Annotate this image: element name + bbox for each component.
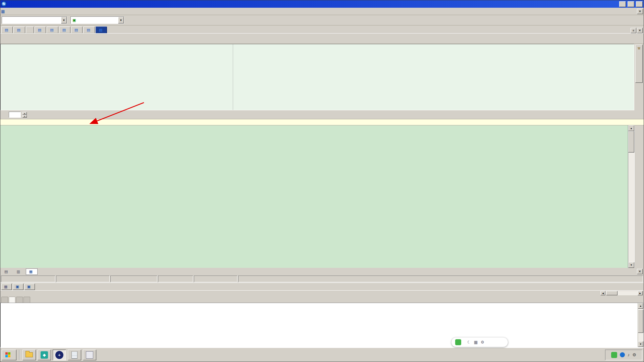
scroll-right-icon[interactable]: ▶ — [638, 291, 643, 295]
sql-navigator-task-button[interactable]: + — [53, 350, 66, 360]
spin-down-icon[interactable]: ▼ — [22, 115, 27, 118]
menubar: ▦ ✕ — [0, 8, 644, 15]
tab-list-icon[interactable]: ≡ — [631, 28, 636, 33]
chevron-down-icon[interactable]: ▼ — [61, 17, 67, 23]
menu-window[interactable] — [52, 11, 57, 12]
result-tabs: ▤ ▥ ▦ ✕ — [0, 268, 644, 275]
statusbar — [0, 275, 644, 283]
scroll-up-icon[interactable]: ▲ — [638, 303, 643, 309]
sql-doc-icon: ▤ — [38, 28, 41, 32]
doc-tab-untitled6[interactable]: ▤ — [35, 26, 46, 33]
file-explorer-button[interactable] — [22, 350, 36, 360]
minimize-button[interactable] — [619, 1, 626, 7]
tab-script[interactable]: ▤ — [1, 268, 12, 275]
doc-tab-untitled1[interactable]: ▤ — [1, 26, 13, 33]
output-tab-his214-7[interactable] — [23, 297, 30, 303]
close-tab-icon[interactable]: ✕ — [637, 28, 643, 33]
output-tab-fjlnyy4[interactable] — [9, 297, 15, 303]
window-icon: ▣ — [15, 285, 19, 289]
grid-vscrollbar[interactable]: ▲ ▼ — [628, 125, 634, 268]
auto-refresh-interval[interactable] — [9, 112, 21, 118]
sql-doc-icon: ▤ — [87, 28, 90, 32]
moon-icon[interactable]: ☾ — [467, 340, 471, 345]
close-results-icon[interactable]: ✕ — [637, 269, 643, 274]
menu-team-coding[interactable] — [46, 11, 51, 12]
menu-view[interactable] — [23, 11, 29, 12]
dock-strip: ⚒ — [634, 44, 644, 110]
doc-tab-untitled13[interactable]: ▤ — [59, 26, 70, 33]
database-app-button[interactable]: ◆ — [38, 350, 51, 360]
scroll-left-icon[interactable]: ◀ — [600, 291, 605, 295]
editor-toolbar — [0, 34, 644, 44]
maximize-button[interactable] — [628, 1, 634, 7]
toolbox-panel-tab[interactable]: ⚒ — [635, 45, 643, 83]
mdi-window-tabs: ▦ ▣ ▣ — [0, 283, 644, 290]
compass-icon: + — [55, 351, 63, 359]
script-icon: ▤ — [4, 269, 8, 274]
scroll-thumb[interactable] — [606, 291, 618, 295]
doc-tab-untitled11[interactable]: ▤ — [47, 26, 58, 33]
scroll-down-icon[interactable]: ▼ — [628, 262, 634, 268]
doc-tab-stored-proc[interactable] — [26, 26, 34, 33]
titlebar: N — [0, 0, 644, 8]
spin-up-icon[interactable]: ▲ — [22, 112, 27, 115]
terminal-icon — [86, 351, 93, 359]
panel-splitter[interactable]: ◀ ▶ — [0, 290, 644, 295]
ime-bar[interactable]: ☾ ▦ ⚙ — [451, 338, 508, 347]
scroll-track[interactable] — [638, 309, 643, 341]
document-close-button[interactable]: ✕ — [637, 9, 643, 14]
scroll-track[interactable] — [605, 291, 638, 295]
settings-tray-icon[interactable]: ⚙ — [632, 352, 636, 357]
doc-tab-untitled3[interactable]: ▤ — [13, 26, 25, 33]
sogou-icon[interactable] — [455, 339, 461, 345]
close-button[interactable] — [636, 1, 643, 7]
output-tab-his214-6[interactable] — [16, 297, 23, 303]
menu-edit[interactable] — [12, 11, 17, 12]
windows-flag-icon — [5, 352, 11, 358]
menu-file[interactable] — [6, 11, 11, 12]
sogou-tray-icon[interactable] — [611, 352, 617, 358]
connection-combo[interactable]: ▼ — [2, 16, 67, 24]
menu-search[interactable] — [17, 11, 23, 12]
keyboard-icon[interactable]: ▦ — [474, 340, 478, 345]
start-button[interactable] — [2, 350, 16, 360]
output-tab-general[interactable] — [1, 297, 8, 303]
doc-tab-untitled15[interactable]: ▤ — [83, 26, 95, 33]
spool-icon: ▥ — [16, 269, 20, 274]
system-tray: ♪ ⚙ — [605, 350, 642, 360]
scroll-thumb[interactable] — [638, 309, 643, 333]
menu-object[interactable] — [35, 11, 40, 12]
doc-tab-untitled14[interactable]: ▤ — [71, 26, 83, 33]
scroll-thumb[interactable] — [628, 131, 634, 153]
help-tray-icon[interactable] — [620, 352, 625, 357]
mdi-tab-vw-yf-ypckfx[interactable]: ▦ — [1, 284, 12, 290]
sql-doc-icon: ▤ — [5, 28, 8, 32]
results-grid-region: ▲ ▼ — [0, 125, 644, 268]
tab-spool[interactable]: ▥ — [13, 268, 24, 275]
right-gutter — [634, 125, 644, 268]
schema-combo[interactable]: ▣ ▼ — [70, 16, 124, 24]
sql-doc-icon: ▤ — [99, 28, 102, 32]
chevron-down-icon[interactable]: ▼ — [118, 17, 124, 23]
menu-session[interactable] — [29, 11, 34, 12]
log-vscrollbar[interactable]: ▲ ▼ — [638, 303, 643, 347]
mdi-tab-his214-untitled[interactable]: ▣ — [24, 284, 35, 290]
scroll-up-icon[interactable]: ▲ — [628, 125, 634, 131]
menu-help[interactable] — [57, 11, 63, 12]
scroll-track[interactable] — [628, 131, 634, 262]
audio-tray-icon[interactable]: ♪ — [628, 352, 630, 357]
database-icon: ▣ — [72, 18, 76, 22]
sql-doc-icon: ▤ — [62, 28, 66, 32]
mini-hscrollbar[interactable]: ◀ ▶ — [600, 291, 643, 295]
menu-tools[interactable] — [40, 11, 46, 12]
scroll-down-icon[interactable]: ▼ — [638, 341, 643, 347]
notepad-button[interactable] — [68, 350, 81, 360]
mdi-tab-fjlnyy-untitled[interactable]: ▣ — [13, 284, 23, 290]
ime-settings-icon[interactable]: ⚙ — [481, 340, 484, 345]
tab-result-1[interactable]: ▦ — [26, 268, 38, 275]
right-margin-guide — [233, 44, 233, 110]
document-icon: ▦ — [1, 9, 5, 14]
terminal-button[interactable] — [83, 350, 96, 360]
doc-tab-untitled19[interactable]: ▤ — [96, 26, 107, 33]
window-icon: ▣ — [27, 285, 31, 289]
